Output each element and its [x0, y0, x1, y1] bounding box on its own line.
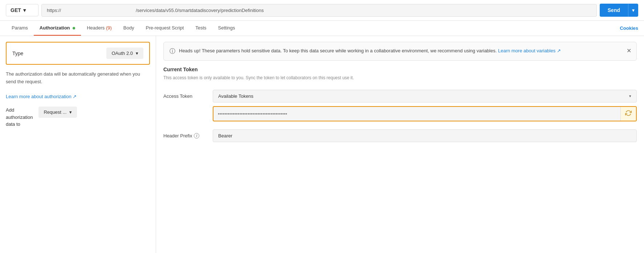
tab-body[interactable]: Body	[118, 21, 140, 36]
url-input[interactable]	[41, 4, 597, 17]
add-auth-row: Add authorization data to Request ... ▾	[6, 107, 150, 128]
tabs-bar: Params Authorization Headers (9) Body Pr…	[0, 21, 644, 36]
method-select[interactable]: GET ▾	[6, 4, 38, 16]
type-row: Type OAuth 2.0 ▾	[6, 42, 150, 65]
info-banner-icon: ⓘ	[170, 48, 175, 55]
left-description: The authorization data will be automatic…	[6, 71, 150, 101]
left-panel: Type OAuth 2.0 ▾ The authorization data …	[0, 36, 156, 253]
refresh-icon	[625, 110, 632, 118]
url-bar: GET ▾ Send ▾	[0, 0, 644, 21]
tab-tests[interactable]: Tests	[189, 21, 212, 36]
current-token-section: Current Token This access token is only …	[163, 67, 637, 81]
type-select[interactable]: OAuth 2.0 ▾	[106, 48, 143, 59]
method-chevron: ▾	[23, 7, 26, 13]
type-chevron: ▾	[136, 51, 138, 56]
token-input-area	[163, 106, 637, 121]
current-token-title: Current Token	[163, 67, 637, 72]
tab-settings[interactable]: Settings	[212, 21, 241, 36]
header-prefix-label-group: Header Prefix i	[163, 133, 207, 138]
access-token-label: Access Token	[163, 93, 207, 99]
send-button-group: Send ▾	[600, 4, 638, 17]
current-token-subtitle: This access token is only available to y…	[163, 75, 637, 81]
info-banner-text: Heads up! These parameters hold sensitiv…	[179, 47, 561, 55]
header-prefix-info-icon[interactable]: i	[194, 133, 199, 138]
tab-headers[interactable]: Headers (9)	[81, 21, 118, 36]
main-content: Type OAuth 2.0 ▾ The authorization data …	[0, 36, 644, 253]
info-banner: ⓘ Heads up! These parameters hold sensit…	[163, 42, 637, 61]
authorization-dot	[73, 27, 75, 29]
add-auth-label: Add authorization data to	[6, 107, 33, 128]
access-token-row: Access Token Available Tokens ▾	[163, 90, 637, 103]
cookies-link[interactable]: Cookies	[620, 21, 638, 35]
header-prefix-row: Header Prefix i Bearer	[163, 129, 637, 142]
close-banner-button[interactable]: ✕	[627, 47, 631, 54]
method-label: GET	[11, 7, 21, 13]
right-panel: ⓘ Heads up! These parameters hold sensit…	[156, 36, 644, 253]
send-button[interactable]: Send	[600, 4, 628, 17]
bearer-input[interactable]: Bearer	[213, 129, 637, 142]
request-select[interactable]: Request ... ▾	[38, 107, 77, 118]
type-value: OAuth 2.0	[111, 51, 133, 56]
tab-params[interactable]: Params	[6, 21, 34, 36]
token-refresh-button[interactable]	[620, 107, 636, 121]
tab-pre-request-script[interactable]: Pre-request Script	[140, 21, 189, 36]
token-input-box[interactable]	[213, 106, 637, 121]
available-tokens-select[interactable]: Available Tokens ▾	[213, 90, 637, 103]
available-tokens-chevron: ▾	[629, 94, 631, 99]
learn-more-variables-link[interactable]: Learn more about variables ↗	[498, 48, 561, 53]
token-input[interactable]	[213, 108, 620, 120]
learn-more-link[interactable]: Learn more about authorization ↗	[6, 93, 77, 101]
request-chevron: ▾	[69, 109, 72, 115]
type-label: Type	[12, 51, 101, 56]
send-dropdown-button[interactable]: ▾	[628, 4, 638, 17]
tab-authorization[interactable]: Authorization	[34, 21, 81, 36]
learn-more-arrow: ↗	[73, 93, 77, 101]
description-text: The authorization data will be automatic…	[6, 71, 150, 86]
